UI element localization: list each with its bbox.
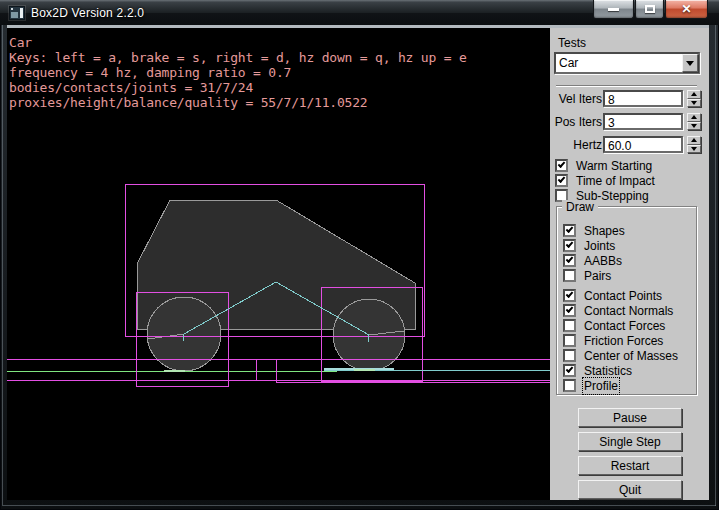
control-panel: Tests Car Vel Iters8Pos Iters3Hertz60.0 … xyxy=(550,28,709,500)
quit-button[interactable]: Quit xyxy=(578,480,682,499)
window-border-left xyxy=(2,3,3,506)
spinner-row: Hertz60.0 xyxy=(550,136,709,153)
checkbox-box xyxy=(563,319,576,332)
titlebar[interactable]: Box2D Version 2.2.0 ✕ xyxy=(0,0,719,25)
maximize-icon xyxy=(645,5,655,13)
info-line: Car xyxy=(9,35,467,50)
check-icon xyxy=(566,240,574,248)
check-icon xyxy=(558,175,566,183)
draw-group-legend: Draw xyxy=(562,200,598,214)
check-icon xyxy=(566,290,574,298)
test-select-value: Car xyxy=(556,54,682,72)
arrow-down-icon xyxy=(691,124,697,128)
maximize-button[interactable] xyxy=(635,0,664,19)
check-icon xyxy=(566,305,574,313)
arrow-up-icon xyxy=(691,115,697,119)
arrow-up-icon xyxy=(691,138,697,142)
spinner-arrows xyxy=(687,90,701,107)
arrow-down-icon xyxy=(691,147,697,151)
arrow-up-icon xyxy=(691,92,697,96)
checkbox-box xyxy=(555,159,568,172)
window-border-bottom xyxy=(3,505,716,506)
window-title: Box2D Version 2.2.0 xyxy=(31,6,144,20)
app-window: Box2D Version 2.2.0 ✕ CarKeys: left = a,… xyxy=(0,0,719,510)
spinner-down-button[interactable] xyxy=(687,145,701,154)
close-button[interactable]: ✕ xyxy=(665,0,708,19)
checkbox-label: Friction Forces xyxy=(584,334,663,348)
spinner-arrows xyxy=(687,136,701,153)
spinner-row: Vel Iters8 xyxy=(550,90,709,107)
simulation-canvas[interactable]: CarKeys: left = a, brake = s, right = d,… xyxy=(7,28,550,500)
checkbox-label: Center of Masses xyxy=(584,349,678,363)
info-line: frequency = 4 hz, damping ratio = 0.7 xyxy=(9,65,467,80)
check-icon xyxy=(566,225,574,233)
caption-buttons: ✕ xyxy=(592,0,708,19)
info-line: Keys: left = a, brake = s, right = d, hz… xyxy=(9,50,467,65)
spinner-label: Pos Iters xyxy=(555,115,602,129)
checkbox-label: Profile xyxy=(584,379,618,393)
checkbox-box xyxy=(563,239,576,252)
spinner-row: Pos Iters3 xyxy=(550,113,709,130)
checkbox-box xyxy=(563,224,576,237)
restart-button[interactable]: Restart xyxy=(578,456,682,475)
window-content: CarKeys: left = a, brake = s, right = d,… xyxy=(7,25,709,500)
checkbox-label: Shapes xyxy=(584,224,625,238)
checkbox-box xyxy=(555,174,568,187)
checkbox-label: Contact Normals xyxy=(584,304,673,318)
spinner-up-button[interactable] xyxy=(687,136,701,145)
single-step-button[interactable]: Single Step xyxy=(578,432,682,451)
checkbox-box xyxy=(563,254,576,267)
spinner-up-button[interactable] xyxy=(687,90,701,99)
separator xyxy=(556,85,697,87)
spinner-up-button[interactable] xyxy=(687,113,701,122)
close-icon: ✕ xyxy=(681,3,691,15)
checkbox-box xyxy=(563,364,576,377)
checkbox-label: AABBs xyxy=(584,254,622,268)
checkbox-box xyxy=(563,379,576,392)
checkbox-box xyxy=(563,304,576,317)
tests-label: Tests xyxy=(558,36,586,50)
checkbox-label: Contact Forces xyxy=(584,319,665,333)
pause-button[interactable]: Pause xyxy=(578,408,682,427)
checkbox-box xyxy=(563,289,576,302)
spinner-label: Hertz xyxy=(573,138,602,152)
chevron-down-icon xyxy=(686,61,694,66)
checkbox-label: Contact Points xyxy=(584,289,662,303)
window-border-right xyxy=(715,3,716,506)
spinner-label: Vel Iters xyxy=(559,92,602,106)
app-icon xyxy=(9,6,25,20)
spinner-input[interactable]: 8 xyxy=(603,90,683,107)
spinner-down-button[interactable] xyxy=(687,99,701,108)
spinner-down-button[interactable] xyxy=(687,122,701,131)
spinner-arrows xyxy=(687,113,701,130)
test-select[interactable]: Car xyxy=(554,52,700,74)
check-icon xyxy=(558,160,566,168)
checkbox-box xyxy=(563,334,576,347)
dropdown-button[interactable] xyxy=(682,54,698,72)
info-text: CarKeys: left = a, brake = s, right = d,… xyxy=(9,35,467,110)
check-icon xyxy=(566,255,574,263)
checkbox-label: Statistics xyxy=(584,364,632,378)
checkbox-label: Time of Impact xyxy=(576,174,655,188)
info-line: proxies/height/balance/quality = 55/7/1/… xyxy=(9,95,467,110)
minimize-button[interactable] xyxy=(593,0,634,19)
info-line: bodies/contacts/joints = 31/7/24 xyxy=(9,80,467,95)
arrow-down-icon xyxy=(691,101,697,105)
spinner-input[interactable]: 3 xyxy=(603,113,683,130)
checkbox-box xyxy=(563,269,576,282)
checkbox-box xyxy=(563,349,576,362)
checkbox-label: Joints xyxy=(584,239,615,253)
minimize-icon xyxy=(608,8,619,11)
spinner-input[interactable]: 60.0 xyxy=(603,136,683,153)
checkbox-label: Warm Starting xyxy=(576,159,652,173)
check-icon xyxy=(566,365,574,373)
draw-group: Draw ShapesJointsAABBsPairsContact Point… xyxy=(556,206,697,395)
checkbox-label: Pairs xyxy=(584,269,611,283)
